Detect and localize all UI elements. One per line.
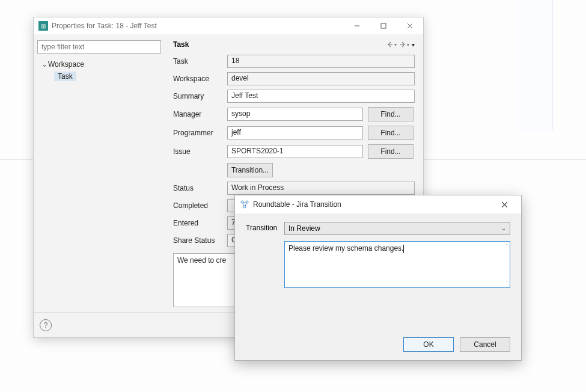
- tree-label: Workspace: [48, 60, 84, 69]
- summary-field[interactable]: Jeff Test: [227, 90, 415, 103]
- sidebar: ⌄ Workspace Task: [34, 34, 165, 312]
- transition-combo[interactable]: In Review ⌄: [284, 222, 510, 235]
- svg-rect-1: [381, 23, 386, 28]
- manager-field[interactable]: sysop: [227, 108, 363, 121]
- transition-dialog: Roundtable - Jira Transition Transition …: [234, 195, 522, 361]
- transition-title: Roundtable - Jira Transition: [253, 200, 492, 209]
- share-status-label: Share Status: [173, 236, 222, 245]
- transition-close-button[interactable]: [492, 196, 516, 213]
- nav-history: ▾ ▾ ▾: [386, 41, 415, 48]
- entered-label: Entered: [173, 219, 222, 227]
- filter-input[interactable]: [37, 40, 161, 54]
- workspace-field: devel: [227, 72, 415, 85]
- minimize-button[interactable]: [344, 17, 370, 34]
- nav-tree: ⌄ Workspace Task: [37, 58, 161, 82]
- manager-label: Manager: [173, 110, 222, 118]
- issue-label: Issue: [173, 147, 222, 156]
- summary-label: Summary: [173, 92, 222, 100]
- tree-label: Task: [54, 72, 76, 81]
- transition-comment-textarea[interactable]: Please review my schema changes. ˄ ˅: [284, 241, 510, 288]
- chevron-down-icon: ⌄: [41, 60, 48, 69]
- help-icon[interactable]: ?: [40, 319, 52, 331]
- scroll-up-icon[interactable]: ˄: [505, 243, 508, 249]
- cancel-button[interactable]: Cancel: [460, 337, 510, 352]
- find-manager-button[interactable]: Find...: [368, 107, 414, 121]
- text-caret: [403, 245, 404, 253]
- forward-button[interactable]: ▾: [399, 41, 409, 48]
- app-icon: ⊞: [38, 21, 48, 31]
- transition-combo-label: Transition: [246, 222, 278, 232]
- programmer-label: Programmer: [173, 129, 222, 137]
- properties-title: Properties for Task: 18 - Jeff Test: [52, 22, 344, 30]
- issue-field[interactable]: SPORTS2020-1: [227, 145, 363, 158]
- section-title: Task: [173, 40, 386, 49]
- transition-comment-value: Please review my schema changes.: [288, 244, 403, 253]
- scroll-down-icon[interactable]: ˅: [505, 280, 508, 286]
- jira-transition-icon: [240, 200, 249, 209]
- tree-item-workspace[interactable]: ⌄ Workspace: [37, 58, 161, 70]
- task-field: 18: [227, 55, 415, 68]
- status-field: Work in Process: [227, 182, 415, 195]
- menu-dropdown-icon[interactable]: ▾: [412, 41, 415, 48]
- transition-comment-label: [246, 241, 278, 243]
- window-buttons: [344, 17, 423, 34]
- transition-titlebar: Roundtable - Jira Transition: [235, 195, 521, 213]
- chevron-down-icon: ⌄: [501, 225, 506, 231]
- find-programmer-button[interactable]: Find...: [368, 126, 414, 140]
- find-issue-button[interactable]: Find...: [368, 144, 414, 159]
- background-panel: [517, 0, 553, 132]
- transition-combo-value: In Review: [288, 224, 320, 233]
- back-button[interactable]: ▾: [386, 41, 397, 48]
- workspace-label: Workspace: [173, 75, 222, 83]
- status-label: Status: [173, 184, 222, 192]
- properties-titlebar: ⊞ Properties for Task: 18 - Jeff Test: [34, 17, 423, 34]
- ok-button[interactable]: OK: [403, 337, 454, 352]
- maximize-button[interactable]: [370, 17, 397, 34]
- completed-label: Completed: [173, 201, 222, 210]
- tree-item-task[interactable]: Task: [37, 70, 161, 82]
- close-button[interactable]: [397, 17, 423, 34]
- transition-button[interactable]: Transition...: [227, 163, 273, 177]
- programmer-field[interactable]: jeff: [227, 126, 363, 139]
- task-label: Task: [173, 57, 222, 66]
- transition-footer: OK Cancel: [403, 337, 510, 352]
